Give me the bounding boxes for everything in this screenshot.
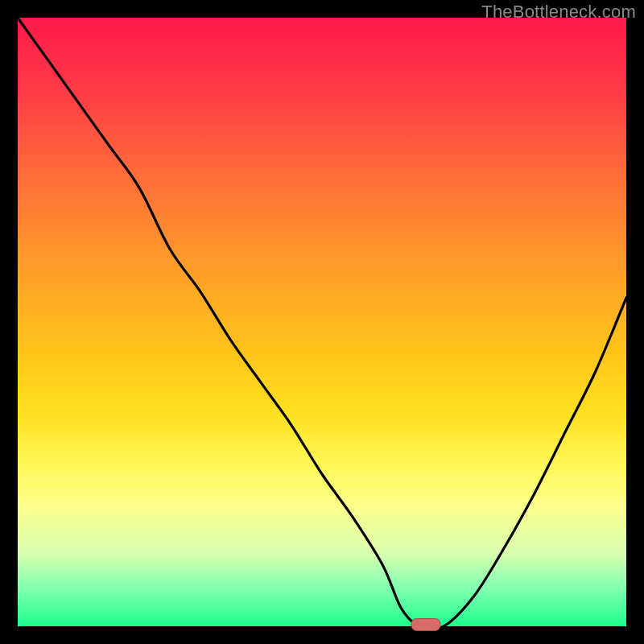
watermark-text: TheBottleneck.com: [481, 2, 636, 23]
optimal-marker: [411, 618, 440, 631]
bottleneck-curve: [18, 18, 626, 630]
chart-stage: TheBottleneck.com: [0, 0, 644, 644]
chart-overlay: [18, 18, 626, 626]
